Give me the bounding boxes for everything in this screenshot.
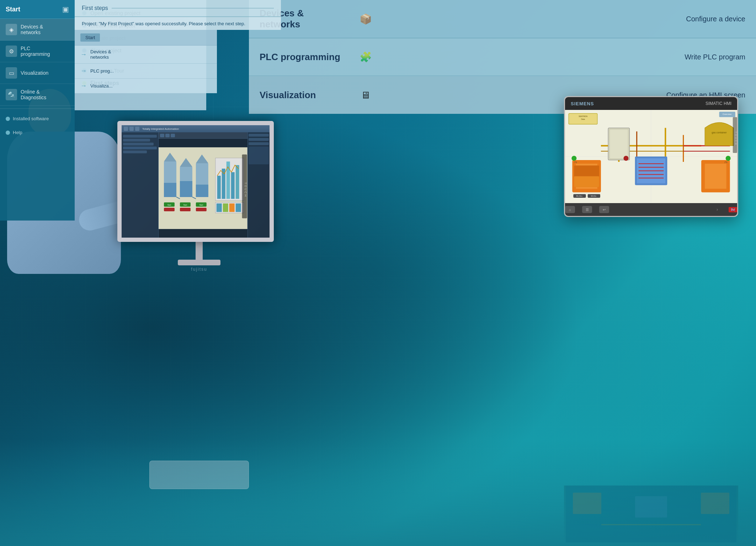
portal-steps-panel: Start → Devices &networks → PLC prog... … — [75, 30, 217, 93]
svg-rect-36 — [217, 203, 222, 212]
svg-text:(*1): (*1) — [574, 161, 577, 163]
svg-text:R1-On+: R1-On+ — [576, 195, 583, 197]
hmi-footer: ⌂ ☰ ↩ › 🇬🇧 — [565, 203, 737, 216]
devices-icon: ◈ — [6, 24, 17, 35]
right-panel-item — [249, 138, 269, 141]
sidebar-title: Start — [6, 6, 20, 13]
sidebar-item-devices[interactable]: ◈ Devices &networks — [0, 19, 75, 41]
svg-rect-26 — [164, 208, 175, 211]
sidebar-item-visualization[interactable]: ▭ Visualization — [0, 62, 75, 84]
portal-step-devices[interactable]: → Devices &networks — [75, 46, 217, 64]
svg-rect-34 — [236, 165, 239, 199]
hmi-device: SIEMENS SIMATIC HMI — [564, 96, 738, 217]
help-dot — [6, 131, 10, 135]
process-svg: Start Start Start — [159, 139, 247, 238]
portal-step-plc[interactable]: → PLC prog... — [75, 64, 217, 79]
online-icon: 🔩 — [6, 89, 17, 100]
hmi-home-btn[interactable]: ⌂ — [565, 206, 575, 213]
svg-point-71 — [623, 156, 628, 161]
svg-point-70 — [726, 156, 731, 161]
tia-screen-header: Totally Integrated Automation — [122, 125, 270, 132]
svg-rect-38 — [229, 203, 235, 212]
svg-rect-10 — [164, 183, 176, 197]
hmi-back-btn[interactable]: ↩ — [599, 206, 609, 213]
tia-tree-item — [123, 143, 154, 145]
sidebar-item-visualization-label: Visualization — [21, 70, 48, 76]
tia-btn-1 — [124, 127, 128, 131]
portal-step-viz-label: Visualiza... — [90, 83, 113, 89]
help-label: Help — [13, 130, 22, 135]
svg-rect-28 — [196, 208, 207, 211]
feature-plc-action: Write PLC program — [685, 53, 745, 61]
portal-step-devices-label: Devices &networks — [90, 49, 111, 60]
tia-tree-item — [123, 139, 150, 142]
first-steps-label: First steps — [82, 5, 108, 11]
portal-step-viz[interactable]: → Visualiza... — [75, 79, 217, 93]
hmi-reflection — [564, 486, 738, 542]
hmi-process-svg: gas container (*1) (*1) R1-On+ N4-On- — [565, 110, 737, 203]
svg-text:TOUCH: TOUCH — [244, 182, 247, 197]
process-diagram: gas container (*1) (*1) R1-On+ N4-On- — [565, 110, 737, 203]
svg-text:Data: Data — [581, 118, 585, 120]
svg-text:TOUCH: TOUCH — [735, 132, 737, 146]
tia-tool-2 — [165, 134, 170, 137]
portal-step-start[interactable]: Start — [75, 30, 217, 46]
tia-right-panel — [247, 132, 270, 238]
sidebar-item-installed[interactable]: Installed software — [0, 112, 75, 126]
svg-rect-37 — [223, 203, 228, 212]
feature-card-plc[interactable]: PLC programming 🧩 Write PLC program — [249, 38, 756, 76]
sidebar-item-online[interactable]: 🔩 Online &Diagnostics — [0, 84, 75, 106]
sidebar-item-help[interactable]: Help — [0, 126, 75, 139]
tia-tool-3 — [171, 134, 175, 137]
monitor-stand — [196, 242, 203, 260]
feature-viz-icon: 🖥 — [356, 86, 376, 104]
feature-plc-icon: 🧩 — [356, 48, 376, 66]
monitor-container: Totally Integrated Automation — [117, 121, 281, 274]
svg-rect-56 — [610, 129, 628, 158]
sidebar-item-plc-label: PLCprogramming — [21, 46, 50, 57]
project-notification-bar: Project: "My First Project" was opened s… — [75, 17, 281, 30]
svg-point-69 — [571, 156, 576, 161]
portal-arrow-viz: → — [80, 82, 87, 90]
svg-text:Start: Start — [167, 204, 171, 206]
first-steps-bar: First steps — [75, 0, 281, 17]
portal-step-start-btn[interactable]: Start — [80, 33, 100, 42]
tia-screen-title: Totally Integrated Automation — [142, 127, 179, 131]
tia-tree-item — [123, 150, 147, 153]
svg-rect-89 — [701, 493, 729, 514]
svg-rect-30 — [217, 176, 221, 199]
svg-rect-33 — [231, 172, 235, 199]
feature-card-devices[interactable]: Devices &networks 📦 Configure a device — [249, 0, 756, 38]
tia-btn-2 — [129, 127, 134, 131]
sidebar-icon: ▣ — [62, 5, 69, 14]
portal-start-label: Start — [85, 35, 95, 40]
svg-rect-27 — [180, 208, 191, 211]
tia-main-area: Start Start Start — [159, 132, 247, 238]
svg-text:Overview: Overview — [723, 113, 732, 115]
hmi-header: SIEMENS SIMATIC HMI — [565, 97, 737, 110]
monitor-screen-inner: Totally Integrated Automation — [122, 125, 270, 238]
feature-devices-icon: 📦 — [356, 10, 376, 28]
svg-text:SENTRON: SENTRON — [579, 115, 587, 117]
hmi-brand: SIEMENS — [571, 101, 594, 106]
hmi-flag: 🇬🇧 — [729, 207, 737, 212]
sidebar-item-plc[interactable]: ⚙ PLCprogramming — [0, 41, 75, 62]
tia-left-panel — [122, 132, 159, 238]
hmi-menu-btn[interactable]: ☰ — [582, 206, 592, 213]
feature-viz-title: Visualization — [260, 90, 348, 101]
right-panel-item — [249, 142, 269, 145]
tia-screen-body: Start Start Start — [122, 132, 270, 238]
tia-toolbar — [159, 132, 247, 139]
portal-arrow-plc: → — [80, 67, 87, 75]
svg-text:Start: Start — [183, 204, 187, 206]
feature-devices-action: Configure a device — [686, 15, 745, 23]
svg-rect-86 — [573, 493, 601, 514]
keyboard-keys — [150, 461, 249, 467]
visualization-icon: ▭ — [6, 67, 17, 79]
svg-rect-39 — [236, 203, 241, 212]
svg-text:Start: Start — [199, 204, 203, 206]
hmi-screen: gas container (*1) (*1) R1-On+ N4-On- — [565, 110, 737, 203]
installed-software-label: Installed software — [13, 116, 49, 121]
sidebar-item-devices-label: Devices &networks — [21, 24, 43, 35]
svg-text:N4-On-: N4-On- — [591, 195, 597, 197]
